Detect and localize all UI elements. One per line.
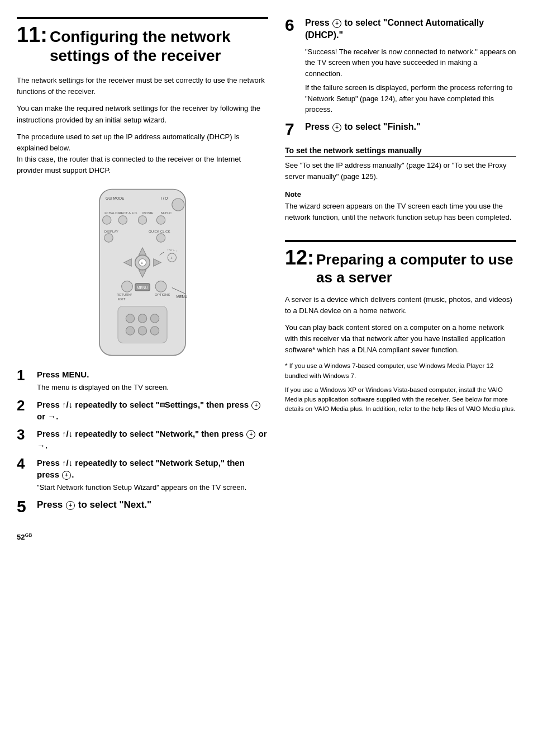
step-7-heading: Press to select "Finish."	[305, 121, 516, 133]
step-1: 1 Press MENU. The menu is displayed on t…	[17, 368, 268, 393]
step-5-heading: Press to select "Next."	[37, 498, 268, 512]
section12-title: Preparing a computer to use as a server	[316, 251, 516, 286]
svg-point-8	[118, 216, 127, 224]
svg-text:MENU: MENU	[177, 295, 188, 299]
svg-text:OPTIONS: OPTIONS	[155, 293, 170, 296]
step-6-content: Press to select "Connect Automatically (…	[305, 17, 516, 115]
svg-text:+: +	[141, 261, 144, 266]
note-text: The wizard screen appears on the TV scre…	[285, 201, 516, 223]
svg-text:DISPLAY: DISPLAY	[104, 230, 118, 233]
manual-section-text: See "To set the IP address manually" (pa…	[285, 160, 516, 182]
svg-point-40	[138, 327, 146, 335]
section12-number: 12:	[285, 247, 314, 269]
right-column: 6 Press to select "Connect Automatically…	[285, 17, 516, 739]
svg-text:2CH/A.DIRECT A.F.D.: 2CH/A.DIRECT A.F.D.	[104, 211, 138, 215]
svg-point-36	[126, 314, 134, 323]
step-1-number: 1	[17, 367, 37, 384]
svg-point-41	[150, 327, 159, 335]
step-5: 5 Press to select "Next."	[17, 498, 268, 516]
step-5-number: 5	[17, 497, 37, 516]
section11-title: Configuring the network settings of the …	[50, 27, 268, 65]
step-3-heading: Press ↑/↓ repeatedly to select "Network,…	[37, 428, 268, 451]
svg-point-31	[155, 281, 166, 292]
svg-point-37	[138, 314, 146, 323]
step-3-content: Press ↑/↓ repeatedly to select "Network,…	[37, 428, 268, 451]
section11-title-block: 11: Configuring the network settings of …	[17, 17, 268, 67]
svg-point-38	[150, 314, 159, 323]
step-7: 7 Press to select "Finish."	[285, 121, 516, 138]
svg-point-3	[172, 199, 184, 211]
svg-text:MUSIC: MUSIC	[161, 211, 172, 215]
step-4-number: 4	[17, 456, 37, 472]
step-1-text: The menu is displayed on the TV screen.	[37, 382, 268, 393]
enter-icon	[251, 401, 260, 410]
page-superscript: GB	[25, 532, 32, 538]
step-1-heading: Press MENU.	[37, 368, 268, 380]
svg-point-7	[103, 216, 111, 224]
section12-para1: A server is a device which delivers cont…	[285, 294, 516, 316]
step-6-heading: Press to select "Connect Automatically (…	[305, 17, 516, 42]
step-1-content: Press MENU. The menu is displayed on the…	[37, 368, 268, 393]
left-column: 11: Configuring the network settings of …	[17, 17, 268, 739]
svg-point-9	[138, 216, 146, 224]
enter-icon-4	[66, 501, 75, 510]
step-6: 6 Press to select "Connect Automatically…	[285, 17, 516, 115]
step-2-heading: Press ↑/↓ repeatedly to select "⊟Setting…	[37, 399, 268, 422]
step-4-heading: Press ↑/↓ repeatedly to select "Network …	[37, 457, 268, 480]
section11-number: 11:	[17, 23, 47, 47]
svg-text:I / O: I / O	[161, 197, 168, 201]
svg-rect-35	[118, 306, 167, 343]
section12-para2: You can play back content stored on a co…	[285, 322, 516, 356]
step-2-content: Press ↑/↓ repeatedly to select "⊟Setting…	[37, 399, 268, 422]
enter-icon-3	[62, 471, 71, 480]
step-2-number: 2	[17, 398, 37, 414]
step-6-text2: If the failure screen is displayed, perf…	[305, 82, 516, 115]
svg-text:+: +	[170, 256, 173, 261]
svg-text:↑/↓/←,: ↑/↓/←,	[167, 248, 177, 252]
page-number-text: 52	[17, 533, 25, 542]
manual-section-heading: To set the network settings manually	[285, 146, 516, 157]
svg-text:EXIT: EXIT	[118, 297, 126, 301]
step-4-text: "Start Network function Setup Wizard" ap…	[37, 482, 268, 493]
section11-para1: The network settings for the receiver mu…	[17, 75, 268, 97]
note-heading: Note	[285, 190, 516, 199]
step-4: 4 Press ↑/↓ repeatedly to select "Networ…	[17, 457, 268, 493]
svg-text:MENU: MENU	[137, 286, 148, 290]
page-number: 52GB	[17, 532, 268, 541]
section11-para2: You can make the required network settin…	[17, 103, 268, 125]
step-6-number: 6	[285, 16, 305, 34]
svg-point-10	[156, 216, 165, 224]
section12-title-block: 12: Preparing a computer to use as a ser…	[285, 240, 516, 286]
svg-text:GUI MODE: GUI MODE	[106, 197, 125, 201]
section12-footnote1: * If you use a Windows 7-based computer,…	[285, 361, 516, 381]
svg-point-13	[104, 234, 113, 242]
svg-point-26	[122, 281, 133, 292]
enter-icon-5	[332, 19, 341, 28]
step-6-text1: "Success! The receiver is now connected …	[305, 46, 516, 79]
svg-point-39	[126, 327, 134, 335]
remote-illustration: GUI MODE I / O 2CH/A.DIRECT A.F.D. MOVIE…	[17, 186, 268, 358]
step-3-number: 3	[17, 427, 37, 443]
step-3: 3 Press ↑/↓ repeatedly to select "Networ…	[17, 428, 268, 451]
step-7-content: Press to select "Finish."	[305, 121, 516, 133]
step-5-content: Press to select "Next."	[37, 498, 268, 512]
svg-text:MOVIE: MOVIE	[142, 211, 154, 215]
step-2: 2 Press ↑/↓ repeatedly to select "⊟Setti…	[17, 399, 268, 422]
section11-para3: The procedure used to set up the IP addr…	[17, 131, 268, 177]
svg-text:QUICK CLICK: QUICK CLICK	[149, 230, 170, 233]
enter-icon-2	[246, 430, 255, 439]
section12-footnote2: If you use a Windows XP or Windows Vista…	[285, 385, 516, 414]
step-7-number: 7	[285, 120, 305, 138]
enter-icon-6	[332, 123, 341, 132]
svg-text:RETURN/: RETURN/	[117, 293, 132, 296]
step-4-content: Press ↑/↓ repeatedly to select "Network …	[37, 457, 268, 493]
svg-point-14	[156, 234, 165, 242]
